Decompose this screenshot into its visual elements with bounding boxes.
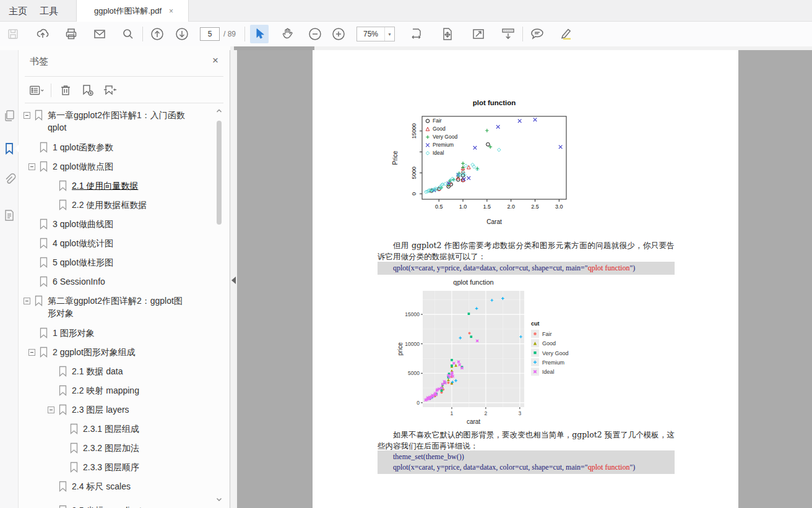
- hand-tool-icon[interactable]: [279, 25, 297, 43]
- bookmark-icon: [58, 199, 67, 210]
- bookmark-tree-item[interactable]: 6 SessionInfo: [19, 272, 217, 291]
- bookmark-tree-item[interactable]: 2.2 使用数据框数据: [19, 196, 217, 215]
- bookmark-label[interactable]: 2.2 使用数据框数据: [72, 196, 147, 211]
- bookmark-label[interactable]: 第一章ggplot2作图详解1：入门函数 qplot: [48, 106, 185, 134]
- fit-page-icon[interactable]: [438, 25, 457, 43]
- pages-panel-icon[interactable]: [2, 109, 16, 123]
- bookmark-label[interactable]: 2 ggplot图形对象组成: [53, 343, 136, 358]
- delete-bookmark-icon[interactable]: [58, 82, 74, 98]
- bookmark-label[interactable]: 2.1 使用向量数据: [72, 176, 138, 192]
- menu-tools[interactable]: 工具: [36, 0, 62, 22]
- document-tab[interactable]: ggplot作图详解.pdf ×: [76, 0, 189, 22]
- bookmark-tree-item[interactable]: 1 图形对象: [19, 324, 217, 343]
- bookmark-icon: [58, 385, 67, 396]
- bookmark-tree-item[interactable]: 2.3.1 图层组成: [19, 420, 217, 439]
- bookmark-icon: [58, 366, 67, 377]
- collapse-node-icon[interactable]: [28, 163, 35, 170]
- bookmark-tree-item[interactable]: 2.5 坐标 coordinate: [19, 501, 217, 508]
- bookmark-label[interactable]: 2.3.3 图层顺序: [83, 458, 139, 473]
- code-line-1: theme_set(theme_bw()): [393, 452, 675, 462]
- bookmark-tree-item[interactable]: 4 qplot做统计图: [19, 234, 217, 253]
- bookmark-label[interactable]: 2.1 数据 data: [72, 362, 123, 377]
- save-icon[interactable]: [4, 25, 22, 43]
- bookmark-label[interactable]: 2 qplot做散点图: [53, 157, 113, 173]
- bookmark-icon: [39, 327, 48, 338]
- bookmark-icon: [39, 276, 48, 287]
- bookmark-tree-item[interactable]: 2.3.2 图层加法: [19, 439, 217, 458]
- bookmark-label[interactable]: 6 SessionInfo: [53, 272, 105, 288]
- bookmark-tree-item[interactable]: 5 qplot做柱形图: [19, 253, 217, 272]
- document-canvas[interactable]: plot function0.51.01.52.02.53.0050001500…: [237, 50, 812, 508]
- collapse-node-icon[interactable]: [24, 298, 30, 304]
- bookmark-label[interactable]: 第二章ggplot2作图详解2：ggplot图 形对象: [48, 291, 183, 319]
- bookmark-tree-item[interactable]: 2 qplot做散点图: [19, 157, 217, 176]
- svg-text:3.0: 3.0: [555, 204, 563, 210]
- bookmark-tree-item[interactable]: 2.4 标尺 scales: [19, 477, 217, 496]
- svg-text:Premium: Premium: [433, 142, 454, 148]
- bookmark-icon: [39, 347, 48, 358]
- bookmark-tree-item[interactable]: 第二章ggplot2作图详解2：ggplot图 形对象: [19, 291, 217, 324]
- bookmark-tree-item[interactable]: 2.1 使用向量数据: [19, 176, 217, 196]
- close-panel-icon[interactable]: ×: [212, 54, 218, 67]
- svg-text:0: 0: [417, 400, 420, 406]
- comments-panel-icon[interactable]: [2, 209, 16, 222]
- actual-size-icon[interactable]: [469, 25, 488, 43]
- bookmark-icon: [39, 142, 48, 153]
- bookmark-tree-item[interactable]: 1 qplot函数参数: [19, 138, 217, 157]
- zoom-in-icon[interactable]: [329, 25, 348, 43]
- bookmarks-panel-icon[interactable]: [2, 142, 16, 155]
- bookmarks-toolbar: [28, 80, 118, 101]
- collapse-node-icon[interactable]: [28, 349, 35, 356]
- bookmark-options-icon[interactable]: [28, 82, 45, 98]
- svg-text:1: 1: [451, 410, 454, 416]
- bookmark-tree-item[interactable]: 第一章ggplot2作图详解1：入门函数 qplot: [19, 106, 217, 138]
- bookmark-label[interactable]: 2.3 图层 layers: [72, 400, 129, 416]
- attachments-panel-icon[interactable]: [2, 173, 16, 186]
- highlight-icon[interactable]: [556, 25, 575, 43]
- zoom-out-icon[interactable]: [306, 25, 324, 43]
- bookmark-tree-item[interactable]: 2.3 图层 layers: [19, 400, 217, 420]
- reflow-icon[interactable]: [499, 25, 517, 43]
- print-icon[interactable]: [62, 25, 80, 43]
- bookmark-label[interactable]: 4 qplot做统计图: [53, 234, 113, 249]
- bookmark-label[interactable]: 5 qplot做柱形图: [53, 253, 113, 269]
- bookmark-tree: 第一章ggplot2作图详解1：入门函数 qplot1 qplot函数参数2 q…: [19, 106, 217, 508]
- bookmark-label[interactable]: 2.3.2 图层加法: [83, 439, 139, 454]
- bookmarks-scrollbar-thumb[interactable]: [217, 121, 222, 225]
- bookmark-tree-item[interactable]: 2.3.3 图层顺序: [19, 458, 217, 477]
- cloud-upload-icon[interactable]: [33, 25, 52, 43]
- bookmark-tree-item[interactable]: 3 qplot做曲线图: [19, 215, 217, 234]
- add-bookmark-icon[interactable]: [80, 82, 96, 98]
- bookmark-label[interactable]: 2.4 标尺 scales: [72, 477, 131, 493]
- scroll-down-icon[interactable]: [215, 494, 223, 502]
- select-tool-icon[interactable]: [250, 25, 269, 43]
- bookmark-label[interactable]: 2.5 坐标 coordinate: [72, 501, 147, 508]
- bookmark-label[interactable]: 2.3.1 图层组成: [83, 420, 139, 435]
- bookmark-label[interactable]: 3 qplot做曲线图: [53, 215, 113, 230]
- close-tab-icon[interactable]: ×: [169, 7, 173, 15]
- search-icon[interactable]: [119, 25, 137, 43]
- paragraph-1: 但用 ggplot2 作图你需要考虑数据分类和图形元素方面的问题就很少，你只要告…: [378, 240, 675, 262]
- bookmark-tree-item[interactable]: 2.1 数据 data: [19, 362, 217, 381]
- collapse-node-icon[interactable]: [48, 407, 54, 413]
- bookmark-label[interactable]: 1 qplot函数参数: [53, 138, 113, 153]
- comment-icon[interactable]: [528, 25, 546, 43]
- bookmark-tree-item[interactable]: 2.2 映射 mapping: [19, 381, 217, 400]
- bookmark-label[interactable]: 1 图形对象: [53, 324, 95, 339]
- bookmarks-scrollbar[interactable]: [215, 105, 223, 503]
- svg-text:2.5: 2.5: [531, 204, 539, 210]
- menu-home[interactable]: 主页: [5, 0, 31, 22]
- expand-bookmark-icon[interactable]: [102, 82, 118, 98]
- bookmark-tree-item[interactable]: 2 ggplot图形对象组成: [19, 343, 217, 362]
- prev-page-icon[interactable]: [148, 25, 166, 43]
- collapse-panel-icon[interactable]: [231, 277, 236, 284]
- scroll-up-icon[interactable]: [215, 106, 223, 113]
- fit-width-icon[interactable]: [407, 25, 426, 43]
- page-number-input[interactable]: [200, 27, 220, 41]
- zoom-level-select[interactable]: 75% ▾: [356, 27, 395, 41]
- next-page-icon[interactable]: [173, 25, 191, 43]
- collapse-node-icon[interactable]: [24, 112, 30, 119]
- svg-text:Very Good: Very Good: [433, 134, 457, 140]
- bookmark-label[interactable]: 2.2 映射 mapping: [72, 381, 139, 397]
- email-icon[interactable]: [90, 25, 109, 43]
